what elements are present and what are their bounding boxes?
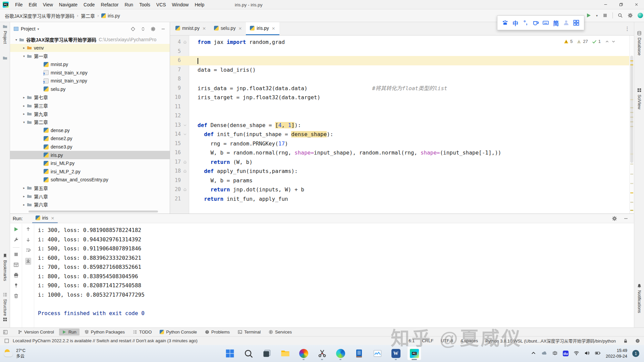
taskbar-paint-button[interactable]	[297, 346, 311, 360]
taskbar-notepad-button[interactable]	[352, 346, 366, 360]
tree-item[interactable]: softmax_and_crossEntry.py	[10, 176, 170, 184]
stop-button[interactable]	[13, 252, 19, 258]
toolwindow-terminal[interactable]: Terminal	[235, 328, 264, 336]
gear-icon[interactable]	[628, 13, 633, 18]
taskbar-pycharm-button[interactable]: PC	[407, 346, 421, 360]
menu-view[interactable]: View	[40, 0, 56, 9]
menu-edit[interactable]: Edit	[26, 0, 40, 9]
notification-badge[interactable]: 1	[632, 350, 639, 357]
breadcrumb-item[interactable]: iris.py	[101, 13, 120, 18]
ime-cup-button[interactable]	[531, 18, 540, 27]
tree-item[interactable]: ▾第二章	[10, 118, 170, 126]
taskbar-start-button[interactable]	[223, 346, 237, 360]
tree-item[interactable]: mnist.py	[10, 60, 170, 69]
fold-end-icon[interactable]	[183, 188, 187, 191]
chevron-down-icon[interactable]: ▾	[596, 14, 598, 17]
tree-item[interactable]: ▸第六章	[10, 200, 170, 209]
fold-end-icon[interactable]	[183, 169, 187, 173]
lock-icon[interactable]	[623, 339, 628, 343]
tree-item[interactable]: dense3.py	[10, 143, 170, 151]
minus-icon[interactable]	[161, 26, 166, 32]
weather-widget[interactable]: 27°C 多云	[0, 348, 25, 359]
menu-navigate[interactable]: Navigate	[56, 0, 80, 9]
breadcrumb-item[interactable]: 谷歌JAX深度学习从零开始学源码	[5, 12, 74, 19]
tree-item[interactable]: ▾第一章	[10, 52, 170, 60]
tree-chevron-icon[interactable]: ▸	[21, 112, 27, 116]
error-stripe[interactable]	[629, 36, 634, 214]
wrap-button[interactable]	[25, 247, 31, 254]
layout-button[interactable]	[13, 262, 19, 268]
tree-item[interactable]: irsi_MLP.py	[10, 159, 170, 168]
sidebar-tab-notifications[interactable]: Notifications	[634, 284, 644, 313]
minus-icon[interactable]	[623, 216, 629, 221]
sidebar-tab-bookmarks[interactable]: Bookmarks	[0, 253, 10, 281]
ime-grid88-button[interactable]	[572, 18, 581, 27]
tray-baidu-button[interactable]: du	[563, 351, 569, 357]
tool-grid-icon[interactable]	[0, 317, 10, 322]
tree-chevron-icon[interactable]: ▸	[21, 194, 27, 198]
tree-chevron-icon[interactable]: ▸	[21, 203, 27, 206]
tree-chevron-icon[interactable]: ▸	[21, 104, 27, 108]
sidebar-tab-sciview[interactable]: SciView	[634, 88, 644, 109]
tray-wifi-button[interactable]	[574, 350, 579, 357]
sidebar-tab-database[interactable]: Database	[634, 31, 644, 56]
editor-scrollbar[interactable]	[630, 56, 633, 163]
tray-battery-button[interactable]	[595, 350, 601, 357]
breadcrumb-item[interactable]: 第二章	[81, 12, 95, 19]
editor-tab-iris.py[interactable]: iris.py×	[246, 22, 279, 35]
run-console-output[interactable]: i: 300, loss: 0.9819088578224182i: 400, …	[34, 224, 634, 327]
taskbar-word-button[interactable]: W	[389, 346, 403, 360]
status-item[interactable]: UTF-8	[441, 338, 453, 343]
close-button[interactable]	[629, 0, 644, 9]
print-button[interactable]	[13, 273, 19, 279]
tree-chevron-icon[interactable]: ▾	[13, 38, 19, 42]
menu-window[interactable]: Window	[169, 0, 192, 9]
tree-item[interactable]: ▸venv	[10, 44, 170, 52]
taskbar-snip-button[interactable]	[315, 346, 329, 360]
down-button[interactable]	[25, 237, 31, 243]
status-message[interactable]: Localized PyCharm 2022.2.2 is available …	[13, 338, 198, 343]
menu-code[interactable]: Code	[80, 0, 98, 9]
fold-end-icon[interactable]	[183, 40, 187, 44]
stop-icon[interactable]	[602, 13, 608, 18]
tree-item[interactable]: ▾谷歌JAX深度学习从零开始学源码C:\Users\xiayu\PycharmP…	[10, 36, 170, 44]
tree-item[interactable]: dense2.py	[10, 134, 170, 143]
ime-punct-button[interactable]: °,	[521, 18, 530, 27]
fold-marker-icon[interactable]	[181, 185, 189, 194]
close-icon[interactable]: ×	[202, 26, 206, 31]
chdn-icon[interactable]	[611, 39, 616, 44]
ime-paw-button[interactable]	[501, 18, 509, 27]
chup-icon[interactable]	[605, 39, 609, 44]
tree-item[interactable]: iris.py	[10, 151, 170, 159]
wrench-button[interactable]	[13, 237, 19, 243]
up-button[interactable]	[25, 227, 31, 233]
tab-options-kebab-icon[interactable]: ⋮	[625, 25, 630, 32]
toolwindow-todo[interactable]: TODO	[130, 328, 155, 336]
tree-item[interactable]: dense.py	[10, 126, 170, 135]
taskbar-tsearch-button[interactable]	[241, 346, 255, 360]
editor-tab-selu.py[interactable]: selu.py×	[210, 22, 246, 35]
status-item[interactable]: 4 spaces	[461, 338, 478, 343]
tree-chevron-icon[interactable]: ▸	[21, 46, 27, 50]
status-item[interactable]: 6:1	[409, 338, 415, 343]
ime-jian-button[interactable]: 简	[551, 18, 560, 27]
project-panel-title[interactable]: Project	[21, 26, 36, 32]
scrollend-button[interactable]	[25, 258, 31, 265]
taskbar-edge-button[interactable]	[333, 346, 347, 360]
menu-file[interactable]: File	[12, 0, 26, 9]
tree-item[interactable]: irsi_MLP_2.py	[10, 168, 170, 176]
tree-chevron-icon[interactable]: ▸	[21, 186, 27, 190]
taskbar-explorer-button[interactable]	[278, 346, 292, 360]
helpq-icon[interactable]: ?	[635, 339, 640, 343]
tree-chevron-icon[interactable]: ▸	[21, 96, 27, 99]
search-icon[interactable]	[618, 13, 623, 18]
fold-marker-icon[interactable]	[181, 167, 189, 176]
playg-button[interactable]	[13, 227, 19, 233]
tree-item[interactable]: ▸第七章	[10, 93, 170, 102]
tray-cloud-button[interactable]	[541, 350, 547, 357]
menu-tools[interactable]: Tools	[136, 0, 153, 9]
sidebar-tab-project[interactable]: Project	[0, 24, 10, 44]
pin-button[interactable]	[13, 283, 19, 289]
ime-keyboard-button[interactable]	[541, 18, 550, 27]
restore-button[interactable]	[613, 0, 629, 9]
